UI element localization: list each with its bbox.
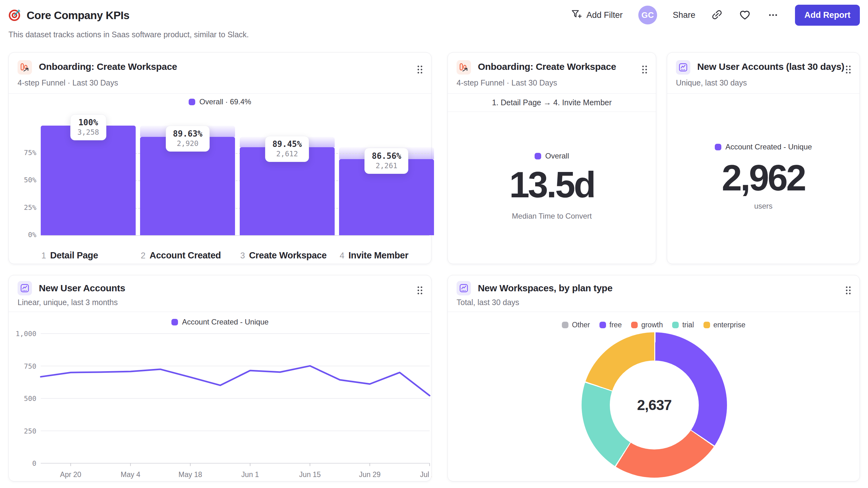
title-row: Core Company KPIs bbox=[8, 8, 129, 23]
y-axis-label: 75% bbox=[11, 149, 36, 157]
median-time-caption: Median Time to Convert bbox=[448, 212, 656, 221]
legend-label: Overall · 69.4% bbox=[199, 97, 251, 106]
card-subtitle: Unique, last 30 days bbox=[676, 78, 747, 87]
card-title: New Workspaces, by plan type bbox=[478, 283, 613, 293]
drag-handle-icon[interactable] bbox=[845, 65, 851, 75]
funnel-bar[interactable] bbox=[41, 126, 136, 235]
conversion-percent: 86.56% bbox=[372, 151, 401, 161]
card-title: Onboarding: Create Workspace bbox=[478, 61, 616, 72]
copy-link-button[interactable] bbox=[711, 9, 723, 22]
heart-icon bbox=[739, 8, 751, 22]
add-report-button[interactable]: Add Report bbox=[795, 5, 860, 26]
legend-item-enterprise[interactable]: enterprise bbox=[704, 321, 745, 329]
funnel-step-label: 1Detail Page bbox=[41, 250, 98, 261]
y-axis-label: 500 bbox=[24, 395, 36, 402]
legend-item-growth[interactable]: growth bbox=[631, 321, 663, 329]
stat-legend[interactable]: Account Created - Unique bbox=[667, 142, 860, 151]
donut-hole: 2,637 bbox=[610, 360, 699, 450]
insights-report-icon bbox=[457, 281, 471, 295]
funnel-bar[interactable] bbox=[140, 137, 235, 235]
funnel-value-label: 89.45%2,612 bbox=[265, 136, 309, 162]
card-workspaces-by-plan: New Workspaces, by plan type Total, last… bbox=[447, 275, 860, 481]
step-name: Invite Member bbox=[348, 250, 408, 261]
card-header: New User Accounts Linear, unique, last 3… bbox=[9, 275, 431, 312]
conversion-percent: 89.63% bbox=[173, 129, 203, 138]
legend-item-trial[interactable]: trial bbox=[672, 321, 694, 329]
step-number: 2 bbox=[141, 251, 146, 261]
card-new-user-accounts-trend: New User Accounts Linear, unique, last 3… bbox=[8, 275, 432, 481]
legend-label: enterprise bbox=[714, 321, 745, 329]
step-number: 1 bbox=[41, 251, 46, 261]
step-name: Detail Page bbox=[50, 250, 98, 261]
card-title: Onboarding: Create Workspace bbox=[39, 61, 177, 72]
funnel-step-label: 3Create Workspace bbox=[240, 250, 327, 261]
x-axis-label: May 18 bbox=[179, 470, 202, 479]
legend-label: growth bbox=[641, 321, 663, 329]
legend-label: Overall bbox=[545, 152, 569, 160]
drag-handle-icon[interactable] bbox=[642, 65, 648, 75]
funnel-legend[interactable]: Overall · 69.4% bbox=[9, 97, 431, 106]
conversion-count: 2,261 bbox=[372, 162, 401, 170]
insights-report-icon bbox=[676, 60, 690, 74]
x-axis-label: Jun 1 bbox=[241, 470, 259, 479]
median-time-value: 13.5d bbox=[448, 163, 656, 207]
drag-handle-icon[interactable] bbox=[417, 65, 423, 75]
drag-handle-icon[interactable] bbox=[417, 285, 423, 296]
y-axis-label: 750 bbox=[24, 362, 36, 370]
y-axis-label: 0% bbox=[11, 231, 36, 239]
x-axis-label: Apr 20 bbox=[60, 470, 82, 479]
conversion-count: 2,612 bbox=[272, 150, 302, 158]
legend-swatch bbox=[535, 153, 541, 159]
card-new-user-accounts-30d: New User Accounts (last 30 days) Unique,… bbox=[667, 52, 860, 264]
favorite-button[interactable] bbox=[739, 8, 751, 22]
legend-item-other[interactable]: Other bbox=[562, 321, 590, 329]
y-axis-label: 250 bbox=[24, 427, 36, 435]
header-actions: Add Filter GC Share bbox=[570, 3, 860, 27]
legend-swatch bbox=[715, 144, 721, 150]
legend-swatch bbox=[189, 99, 195, 105]
funnel-chart: Overall · 69.4% 0%25%50%75%100%3,2581Det… bbox=[9, 94, 431, 264]
funnel-step-label: 2Account Created bbox=[141, 250, 221, 261]
donut-total: 2,637 bbox=[637, 396, 672, 414]
share-label: Share bbox=[673, 10, 695, 20]
step-name: Account Created bbox=[150, 250, 221, 261]
funnel-value-label: 100%3,258 bbox=[70, 114, 106, 140]
legend-label: free bbox=[610, 321, 622, 329]
legend-label: Other bbox=[572, 321, 590, 329]
card-subtitle: 4-step Funnel · Last 30 Days bbox=[18, 78, 118, 87]
y-axis-label: 25% bbox=[11, 204, 36, 212]
conversion-percent: 89.45% bbox=[272, 139, 302, 149]
drag-handle-icon[interactable] bbox=[845, 285, 851, 296]
y-axis-label: 1,000 bbox=[16, 330, 36, 338]
card-header: New Workspaces, by plan type Total, last… bbox=[448, 275, 860, 312]
line-plot: 02505007501,000Apr 20May 4May 18Jun 1Jun… bbox=[9, 312, 432, 482]
legend-label: Account Created - Unique bbox=[725, 142, 812, 151]
y-axis-label: 0 bbox=[32, 459, 36, 467]
card-title: New User Accounts (last 30 days) bbox=[697, 61, 844, 72]
add-filter-label: Add Filter bbox=[586, 10, 623, 20]
target-icon bbox=[8, 8, 22, 23]
card-onboarding-funnel: Onboarding: Create Workspace 4-step Funn… bbox=[8, 52, 432, 264]
y-axis-label: 50% bbox=[11, 176, 36, 184]
trend-line[interactable] bbox=[41, 366, 430, 396]
avatar[interactable]: GC bbox=[638, 6, 657, 25]
legend-swatch bbox=[672, 322, 679, 328]
card-time-to-convert: Onboarding: Create Workspace 4-step Funn… bbox=[447, 52, 656, 264]
card-header: Onboarding: Create Workspace 4-step Funn… bbox=[448, 53, 656, 94]
donut-chart: Otherfreegrowthtrialenterprise 2,637 bbox=[448, 312, 860, 481]
x-axis-label: Jun 29 bbox=[359, 470, 381, 479]
share-button[interactable]: Share bbox=[673, 10, 695, 20]
funnel-report-icon bbox=[457, 60, 471, 74]
filter-plus-icon bbox=[570, 8, 582, 22]
legend-item-free[interactable]: free bbox=[599, 321, 622, 329]
card-header: Onboarding: Create Workspace 4-step Funn… bbox=[9, 53, 431, 94]
page-subtitle: This dataset tracks actions in Saas soft… bbox=[8, 30, 249, 39]
add-filter-button[interactable]: Add Filter bbox=[570, 8, 623, 22]
link-icon bbox=[711, 9, 723, 22]
more-options-button[interactable] bbox=[767, 8, 779, 22]
funnel-value-label: 86.56%2,261 bbox=[365, 148, 409, 174]
card-subtitle: Linear, unique, last 3 months bbox=[18, 298, 118, 307]
stat-legend[interactable]: Overall bbox=[448, 152, 656, 160]
funnel-value-label: 89.63%2,920 bbox=[166, 126, 210, 152]
step-number: 3 bbox=[240, 251, 245, 261]
